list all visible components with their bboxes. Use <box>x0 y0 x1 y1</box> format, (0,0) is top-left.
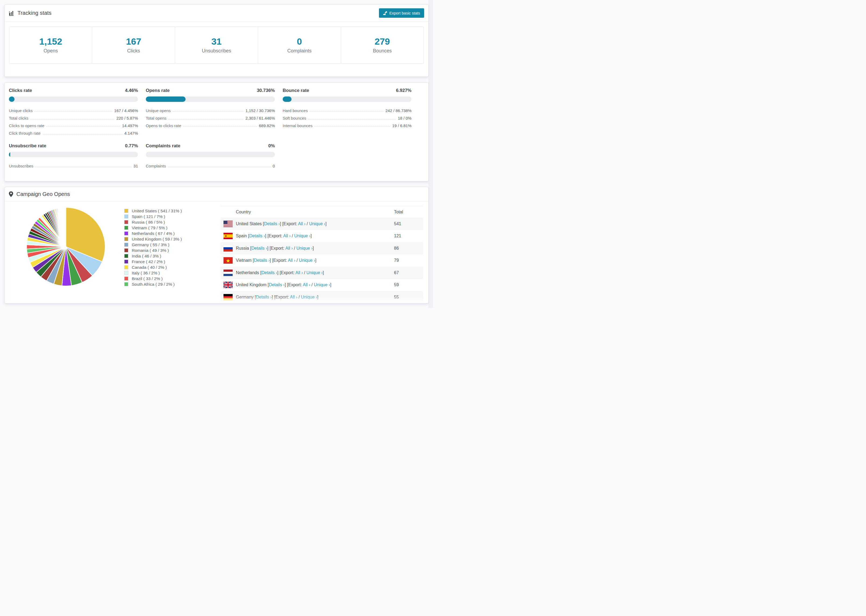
dotted-leader <box>168 167 271 167</box>
geo-table-header: Country Total <box>220 206 423 218</box>
export-unique-link[interactable]: Unique › <box>301 295 317 299</box>
geo-opens-pie-chart[interactable] <box>25 206 106 287</box>
legend-color-chip <box>124 271 128 275</box>
legend-item-canada[interactable]: Canada ( 40 / 2% ) <box>124 264 182 270</box>
rate-row-complaints: Complaints 0 <box>146 162 275 169</box>
total-cell: 541 <box>394 222 423 226</box>
details-link[interactable]: Details › <box>261 270 277 275</box>
legend-color-chip <box>124 231 128 236</box>
rate-row-total-opens: Total opens 2,303 / 61.446% <box>146 114 275 121</box>
country-cell: United States [Details ›] [Export: All ›… <box>236 222 326 226</box>
legend-color-chip <box>124 277 128 281</box>
legend-item-romania[interactable]: Romania ( 49 / 3% ) <box>124 248 182 253</box>
legend-item-france[interactable]: France ( 42 / 2% ) <box>124 259 182 264</box>
export-all-link[interactable]: All › <box>283 234 291 238</box>
legend-item-india[interactable]: India ( 46 / 3% ) <box>124 253 182 259</box>
legend-item-south-africa[interactable]: South Africa ( 29 / 2% ) <box>124 281 182 287</box>
stat-bounces: 279 Bounces <box>341 27 424 63</box>
legend-color-chip <box>124 282 128 286</box>
legend-item-spain[interactable]: Spain ( 121 / 7% ) <box>124 214 182 219</box>
complaints-rate-progress-track <box>146 152 275 157</box>
export-all-link[interactable]: All › <box>290 295 298 299</box>
legend-item-united-kingdom[interactable]: United Kingdom ( 59 / 3% ) <box>124 236 182 242</box>
stat-value: 0 <box>297 36 302 47</box>
details-link[interactable]: Details › <box>252 246 267 250</box>
geo-opens-title: Campaign Geo Opens <box>16 191 70 197</box>
map-pin-icon <box>9 191 13 197</box>
legend-item-brazil[interactable]: Brazil ( 33 / 2% ) <box>124 276 182 281</box>
export-unique-link[interactable]: Unique › <box>294 234 310 238</box>
bounce-rate-progress-fill <box>283 96 291 102</box>
export-icon <box>383 11 387 15</box>
complaints-rate-value: 0% <box>268 143 275 149</box>
rate-row-unique-opens: Unique opens 1,152 / 30.736% <box>146 106 275 114</box>
stat-value: 1,152 <box>39 36 62 47</box>
geo-table-row-gb: United Kingdom [Details ›] [Export: All … <box>220 279 423 291</box>
export-all-link[interactable]: All › <box>295 270 303 275</box>
legend-color-chip <box>124 248 128 252</box>
stat-label: Bounces <box>373 48 392 54</box>
bounce-rate-block: Bounce rate 6.927% Hard bounces 242 / 86… <box>283 88 411 136</box>
stat-label: Clicks <box>127 48 140 54</box>
rate-row-soft-bounces: Soft bounces 18 / 0% <box>283 114 411 121</box>
total-cell: 67 <box>394 270 423 275</box>
stat-unsubscribes: 31 Unsubscribes <box>175 27 258 63</box>
country-cell: Germany [Details ›] [Export: All › / Uni… <box>236 295 318 300</box>
rates-grid: Clicks rate 4.46% Unique clicks 167 / 4.… <box>5 83 428 169</box>
page-title: Tracking stats <box>17 10 52 16</box>
flag-vn-icon <box>224 257 233 264</box>
details-link[interactable]: Details › <box>254 258 270 262</box>
clicks-rate-progress-track <box>9 96 138 102</box>
total-cell: 79 <box>394 258 423 263</box>
export-unique-link[interactable]: Unique › <box>299 258 315 262</box>
export-all-link[interactable]: All › <box>285 246 293 250</box>
column-header-total: Total <box>394 210 423 214</box>
details-link[interactable]: Details › <box>269 283 285 287</box>
geo-table-row-es: Spain [Details ›] [Export: All › / Uniqu… <box>220 230 423 242</box>
stat-label: Complaints <box>287 48 312 54</box>
geo-table-row-nl: Netherlands [Details ›] [Export: All › /… <box>220 267 423 279</box>
export-all-link[interactable]: All › <box>288 258 296 262</box>
legend-item-germany[interactable]: Germany ( 55 / 3% ) <box>124 242 182 248</box>
stats-summary-row: 1,152 Opens 167 Clicks 31 Unsubscribes 0… <box>9 27 424 64</box>
geo-opens-body: United States ( 541 / 31% ) Spain ( 121 … <box>5 201 428 303</box>
legend-color-chip <box>124 237 128 241</box>
export-unique-link[interactable]: Unique › <box>314 283 330 287</box>
legend-item-russia[interactable]: Russia ( 86 / 5% ) <box>124 219 182 225</box>
stat-value: 31 <box>211 36 222 47</box>
legend-item-united-states[interactable]: United States ( 541 / 31% ) <box>124 208 182 214</box>
unsubscribe-rate-title: Unsubscribe rate <box>9 143 46 149</box>
dotted-leader <box>310 112 384 112</box>
pie-slice-other-60[interactable] <box>66 207 66 247</box>
total-cell: 121 <box>394 234 423 238</box>
geo-table-row-de: Germany [Details ›] [Export: All › / Uni… <box>220 291 423 303</box>
geo-table-row-vn: Vietnam [Details ›] [Export: All › / Uni… <box>220 255 423 267</box>
dotted-leader <box>173 112 244 112</box>
export-unique-link[interactable]: Unique › <box>296 246 313 250</box>
flag-de-icon <box>224 294 233 300</box>
details-link[interactable]: Details › <box>264 222 280 226</box>
export-unique-link[interactable]: Unique › <box>306 270 323 275</box>
bounce-rate-progress-track <box>283 96 411 102</box>
export-all-link[interactable]: All › <box>303 283 310 287</box>
export-unique-link[interactable]: Unique › <box>309 222 325 226</box>
flag-ru-icon <box>224 245 233 251</box>
country-cell: Vietnam [Details ›] [Export: All › / Uni… <box>236 258 316 263</box>
bounce-rate-value: 6.927% <box>396 88 411 93</box>
complaints-rate-block: Complaints rate 0% Complaints 0 <box>146 143 275 169</box>
flag-us-icon <box>224 221 233 227</box>
unsubscribe-rate-block: Unsubscribe rate 0.77% Unsubscribes 31 <box>9 143 138 169</box>
page-scrollbar[interactable] <box>429 0 433 308</box>
legend-item-vietnam[interactable]: Vietnam ( 79 / 5% ) <box>124 225 182 231</box>
legend-item-netherlands[interactable]: Netherlands ( 67 / 4% ) <box>124 231 182 236</box>
legend-item-italy[interactable]: Italy ( 36 / 2% ) <box>124 270 182 276</box>
export-button-label: Export basic stats <box>389 11 420 15</box>
geo-table-row-us: United States [Details ›] [Export: All ›… <box>220 218 423 230</box>
stat-value: 279 <box>375 36 390 47</box>
details-link[interactable]: Details › <box>249 234 265 238</box>
rate-row-internal-bounces: Internal bounces 19 / 6.81% <box>283 121 411 129</box>
details-link[interactable]: Details › <box>256 295 272 299</box>
export-all-link[interactable]: All › <box>298 222 305 226</box>
legend-color-chip <box>124 259 128 264</box>
export-basic-stats-button[interactable]: Export basic stats <box>379 8 424 18</box>
